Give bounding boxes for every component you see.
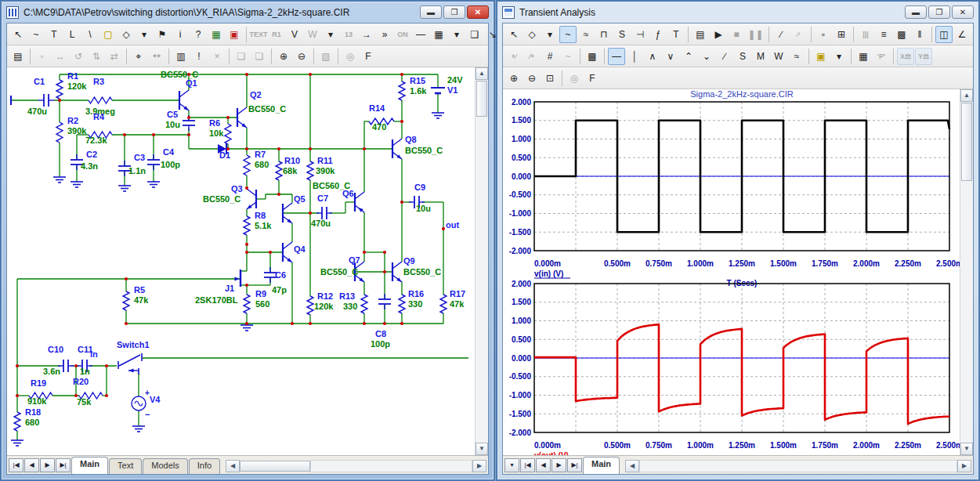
schematic-label-3.6n[interactable]: 3.6n [43, 367, 60, 376]
high-icon[interactable]: ⌃ [680, 48, 697, 65]
pause-icon[interactable]: ❚❚ [746, 26, 765, 43]
move-icon[interactable]: ↔ [52, 48, 69, 65]
part-V4[interactable]: +− [132, 389, 150, 419]
schematic-label-R5[interactable]: R5 [134, 285, 145, 295]
gate-arrow[interactable] [234, 277, 240, 281]
part-V1[interactable] [431, 88, 445, 93]
analysis-titlebar[interactable]: Transient Analysis ▬ ❐ ✕ [497, 2, 978, 23]
part-Q3[interactable] [247, 189, 256, 209]
schematic-label-BC550_C[interactable]: BC550_C [403, 267, 441, 277]
close-button[interactable]: ✕ [952, 5, 974, 19]
schematic-label-Switch1[interactable]: Switch1 [117, 340, 150, 349]
pan-icon[interactable]: ▧ [317, 48, 335, 65]
schematic-label-BC550_C[interactable]: BC550_C [405, 146, 443, 155]
schematic-label-R20[interactable]: R20 [73, 377, 89, 386]
info-tool-icon[interactable]: i [172, 26, 189, 43]
flip-h-icon[interactable]: ⇄ [106, 48, 123, 65]
graphics-shape-icon[interactable]: ◇ [523, 26, 541, 43]
ground-symbol[interactable] [432, 113, 444, 118]
part-R2[interactable] [56, 122, 63, 143]
tracker-icon[interactable]: ~ [559, 48, 577, 65]
line-tool-icon[interactable]: \ [81, 26, 99, 43]
token-grid-icon[interactable]: ⊞ [833, 26, 850, 43]
schematic-label-R15[interactable]: R15 [410, 76, 425, 85]
part-R5[interactable] [123, 291, 129, 310]
schematic-label-C8[interactable]: C8 [375, 329, 386, 338]
info-circle-icon[interactable]: ! [190, 48, 208, 65]
part-R7[interactable] [244, 155, 250, 175]
font-icon[interactable]: F [360, 48, 377, 65]
tab-main[interactable]: Main [71, 457, 108, 474]
schematic-label-390k[interactable]: 390k [67, 126, 87, 136]
part-R3[interactable] [89, 97, 112, 103]
schematic-canvas[interactable]: +−C1470uR1120kR2390kR33.9megR472.3kC24.3… [7, 67, 475, 455]
horizontal-cursor-icon[interactable]: — [608, 48, 625, 65]
attribute-text-icon[interactable]: R1 [268, 26, 285, 43]
plot-area[interactable]: Sigma-2_2kHz-square.CIR2.0001.5001.0000.… [503, 89, 960, 455]
schematic-label-R16[interactable]: R16 [408, 289, 424, 298]
no-errors-icon[interactable]: × [208, 48, 226, 65]
tab-text[interactable]: Text [109, 458, 142, 474]
part-R15[interactable] [399, 81, 405, 100]
schematic-label-R4[interactable]: R4 [93, 112, 105, 121]
part-C4[interactable] [147, 154, 160, 170]
part-Switch1[interactable] [118, 353, 142, 374]
schematic-label-C6[interactable]: C6 [275, 270, 286, 280]
schematic-label-C1[interactable]: C1 [34, 77, 45, 86]
node-voltages-icon[interactable]: W [304, 26, 321, 43]
global-low-icon[interactable]: W [770, 48, 787, 65]
schematic-label-560[interactable]: 560 [255, 299, 269, 309]
scroll-right-icon[interactable]: ▶ [472, 460, 486, 472]
text-mode-icon[interactable]: T [45, 26, 63, 43]
find-icon[interactable]: ⌖ [130, 48, 147, 65]
ground-symbol[interactable] [118, 186, 131, 191]
current-probe-icon[interactable]: 13 [340, 26, 357, 43]
schematic-label-C9[interactable]: C9 [414, 183, 425, 192]
schematic-label-R14[interactable]: R14 [369, 103, 385, 113]
schematic-label-Q8[interactable]: Q8 [405, 135, 417, 144]
pin-connections-icon[interactable]: ON [394, 26, 411, 43]
tab-nav--icon[interactable]: |◀ [9, 458, 24, 472]
zoom-out-icon[interactable]: ⊖ [523, 70, 541, 87]
schematic-label-10u[interactable]: 10u [416, 204, 431, 213]
schematic-vscrollbar[interactable]: ▲ ▼ [475, 67, 488, 455]
component-icon[interactable]: ▢ [99, 26, 117, 43]
help-mode-icon[interactable]: ? [190, 26, 207, 43]
schematic-label-R18[interactable]: R18 [25, 407, 41, 417]
schematic-label-R7[interactable]: R7 [255, 150, 266, 159]
tab-nav--icon[interactable]: ◀ [24, 458, 39, 472]
schematic-label-100p[interactable]: 100p [371, 339, 390, 349]
cursor-right-icon[interactable]: ∕+ [523, 48, 541, 65]
schematic-label-R11[interactable]: R11 [317, 156, 333, 165]
scroll-down-icon[interactable]: ▼ [476, 443, 488, 455]
ground-symbol[interactable] [132, 426, 145, 432]
select-tool-icon[interactable]: ↖ [9, 26, 27, 43]
schematic-label-C7[interactable]: C7 [317, 193, 328, 203]
part-Q4[interactable] [283, 242, 292, 262]
schematic-label-C10[interactable]: C10 [48, 345, 63, 354]
schematic-label-680[interactable]: 680 [25, 418, 39, 427]
x-scale-icon[interactable]: X⚖ [897, 48, 914, 65]
scope-probe-icon[interactable]: ⊣ [631, 26, 649, 43]
scroll-left-icon[interactable]: ◀ [226, 460, 240, 472]
schematic-label-910k[interactable]: 910k [27, 396, 47, 406]
schematic-label-D1[interactable]: D1 [219, 150, 230, 160]
vscroll-thumb[interactable] [961, 103, 972, 181]
schematic-label-V4[interactable]: V4 [150, 395, 161, 404]
stop-icon[interactable]: ■ [728, 26, 745, 43]
valley-icon[interactable]: ∨ [662, 48, 679, 65]
hscroll-track[interactable] [310, 460, 472, 472]
schematic-label-680[interactable]: 680 [255, 160, 269, 169]
search-icon[interactable]: ⌖⌖ [148, 48, 165, 65]
current-arrow-icon[interactable]: → [358, 26, 375, 43]
inflection-icon[interactable]: S [734, 48, 751, 65]
schematic-label-out[interactable]: out [446, 220, 459, 230]
schematic-label-V1[interactable]: V1 [447, 85, 457, 95]
rotate-icon[interactable]: ↺ [70, 48, 87, 65]
schematic-label-R3[interactable]: R3 [93, 77, 104, 86]
scroll-up-icon[interactable]: ▲ [476, 67, 488, 80]
schematic-label-Q5[interactable]: Q5 [294, 194, 306, 204]
schematic-label-Q3[interactable]: Q3 [231, 184, 243, 193]
schematic-label-R6[interactable]: R6 [209, 118, 220, 128]
scope-select-icon[interactable]: ~ [559, 26, 577, 43]
